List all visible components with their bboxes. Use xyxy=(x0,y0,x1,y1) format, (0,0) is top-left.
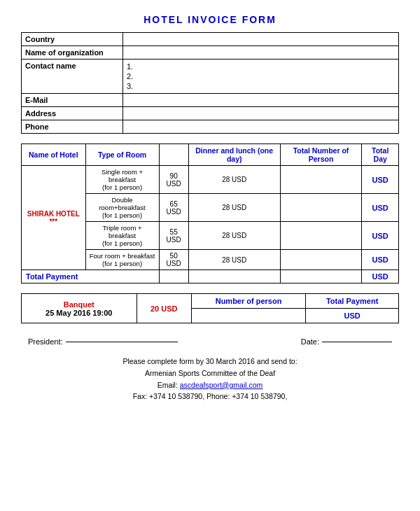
total-double[interactable]: USD xyxy=(362,194,399,222)
date-line xyxy=(322,342,392,342)
table-row: Country xyxy=(22,33,399,46)
country-value[interactable] xyxy=(123,33,399,46)
address-label: Address xyxy=(22,107,123,120)
contact-2: 2. xyxy=(127,71,395,81)
col-room-type: Type of Room xyxy=(85,144,159,166)
total-payment-persons[interactable] xyxy=(280,270,362,284)
contact-label: Contact name xyxy=(22,59,123,94)
address-value[interactable] xyxy=(123,107,399,120)
room-double: Double room+breakfast(for 1 person) xyxy=(85,194,159,222)
footer-line1: Please complete form by 30 March 2016 an… xyxy=(21,356,399,368)
table-row: Phone xyxy=(22,120,399,134)
table-row: Address xyxy=(22,107,399,120)
banquet-total-header: Total Payment xyxy=(306,294,399,309)
price-double: 65 USD xyxy=(159,194,188,222)
contact-3: 3. xyxy=(127,81,395,91)
table-row: SHIRAK HOTEL *** Single room + breakfast… xyxy=(22,166,399,194)
org-label: Name of organization xyxy=(22,46,123,59)
persons-four[interactable] xyxy=(280,250,362,270)
price-single: 90 USD xyxy=(159,166,188,194)
price-triple: 55 USD xyxy=(159,222,188,250)
footer-email[interactable]: ascdeafsport@gmail.com xyxy=(180,381,263,389)
total-triple[interactable]: USD xyxy=(362,222,399,250)
hotel-header-row: Name of Hotel Type of Room Dinner and lu… xyxy=(22,144,399,166)
phone-label: Phone xyxy=(22,120,123,134)
table-row: Name of organization xyxy=(22,46,399,59)
table-row: E-Mail xyxy=(22,94,399,107)
date-label: Date: xyxy=(301,337,319,346)
footer-line2: Armenian Sports Committee of the Deaf xyxy=(21,368,399,379)
room-four: Four room + breakfast(for 1 person) xyxy=(85,250,159,270)
dinner-double: 28 USD xyxy=(188,194,280,222)
banquet-price-cell: 20 USD xyxy=(136,294,191,323)
banquet-num-header: Number of person xyxy=(191,294,306,309)
banquet-num-value[interactable] xyxy=(191,309,306,323)
dinner-four: 28 USD xyxy=(188,250,280,270)
dinner-single: 28 USD xyxy=(188,166,280,194)
price-four: 50 USD xyxy=(159,250,188,270)
contact-1: 1. xyxy=(127,62,395,71)
contact-values[interactable]: 1. 2. 3. xyxy=(123,59,399,94)
hotel-name: SHIRAK HOTEL *** xyxy=(22,166,86,270)
president-line xyxy=(66,342,178,342)
total-payment-label: Total Payment xyxy=(22,270,160,284)
banquet-header-row: Banquet 25 May 2016 19:00 20 USD Number … xyxy=(22,294,399,309)
total-payment-price[interactable] xyxy=(159,270,188,284)
banquet-table: Banquet 25 May 2016 19:00 20 USD Number … xyxy=(21,293,399,323)
persons-single[interactable] xyxy=(280,166,362,194)
hotel-table: Name of Hotel Type of Room Dinner and lu… xyxy=(21,144,399,284)
president-label: President: xyxy=(28,337,63,346)
banquet-total-value[interactable]: USD xyxy=(306,309,399,323)
phone-value[interactable] xyxy=(123,120,399,134)
col-empty xyxy=(159,144,188,166)
dinner-triple: 28 USD xyxy=(188,222,280,250)
page-title: HOTEL INVOICE FORM xyxy=(21,14,399,25)
email-value[interactable] xyxy=(123,94,399,107)
footer: Please complete form by 30 March 2016 an… xyxy=(21,356,399,402)
room-triple: Triple room + breakfast(for 1 person) xyxy=(85,222,159,250)
col-total-day: Total Day xyxy=(362,144,399,166)
col-dinner: Dinner and lunch (one day) xyxy=(188,144,280,166)
footer-line3: Email: ascdeafsport@gmail.com xyxy=(21,379,399,391)
country-label: Country xyxy=(22,33,123,46)
total-payment-row: Total Payment USD xyxy=(22,270,399,284)
col-hotel-name: Name of Hotel xyxy=(22,144,86,166)
banquet-label: Banquet xyxy=(64,300,94,309)
banquet-label-cell: Banquet 25 May 2016 19:00 xyxy=(22,294,137,323)
org-value[interactable] xyxy=(123,46,399,59)
total-payment-usd[interactable]: USD xyxy=(362,270,399,284)
banquet-date: 25 May 2016 19:00 xyxy=(46,309,112,317)
room-single: Single room + breakfast(for 1 person) xyxy=(85,166,159,194)
total-four[interactable]: USD xyxy=(362,250,399,270)
signature-section: President: Date: xyxy=(21,337,399,346)
email-label: E-Mail xyxy=(22,94,123,107)
total-single[interactable]: USD xyxy=(362,166,399,194)
date-sig: Date: xyxy=(301,337,392,346)
president-sig: President: xyxy=(28,337,178,346)
info-table: Country Name of organization Contact nam… xyxy=(21,32,399,134)
banquet-price: 20 USD xyxy=(150,304,178,313)
persons-triple[interactable] xyxy=(280,222,362,250)
col-persons: Total Number of Person xyxy=(280,144,362,166)
footer-line4: Fax: +374 10 538790, Phone: +374 10 5387… xyxy=(21,391,399,402)
total-payment-dinner[interactable] xyxy=(188,270,280,284)
persons-double[interactable] xyxy=(280,194,362,222)
table-row: Contact name 1. 2. 3. xyxy=(22,59,399,94)
